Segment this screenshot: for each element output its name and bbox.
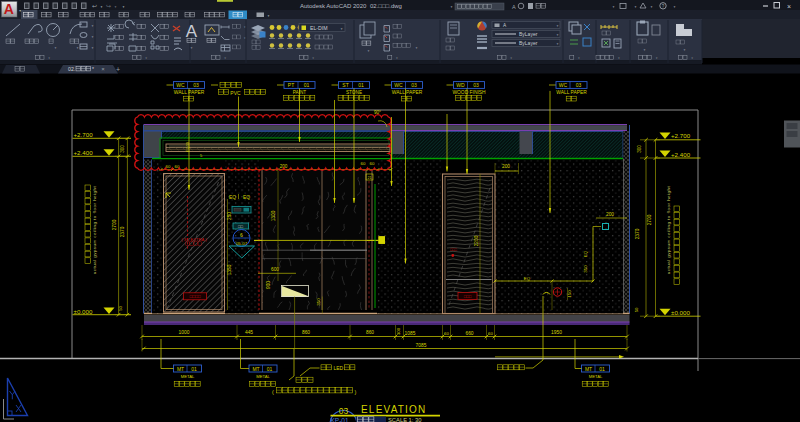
svg-text:▼: ▼ — [683, 48, 686, 52]
svg-text:KP-01: KP-01 — [331, 417, 349, 422]
svg-text:▼: ▼ — [224, 56, 227, 60]
svg-text:1950: 1950 — [551, 330, 562, 335]
svg-text:METAL: METAL — [181, 374, 195, 379]
svg-text:+2.400: +2.400 — [671, 151, 691, 158]
svg-text:▼: ▼ — [556, 42, 559, 46]
svg-text:200: 200 — [502, 164, 510, 169]
svg-text:+2.700: +2.700 — [74, 131, 94, 138]
svg-text:±0.000: ±0.000 — [74, 308, 93, 315]
svg-text:EQ: EQ — [583, 250, 588, 257]
svg-text:50: 50 — [634, 307, 639, 312]
svg-text:03: 03 — [473, 82, 479, 88]
svg-text:ST: ST — [342, 82, 348, 88]
svg-text:1000: 1000 — [179, 330, 190, 335]
svg-text:2370: 2370 — [635, 228, 640, 239]
svg-text:250: 250 — [227, 212, 232, 220]
svg-text:01: 01 — [599, 366, 605, 372]
svg-text:03: 03 — [339, 406, 349, 416]
svg-text:ByLayer: ByLayer — [519, 31, 538, 37]
svg-text:90°: 90° — [374, 110, 381, 115]
svg-text:350: 350 — [316, 298, 321, 306]
svg-text:▼: ▼ — [655, 56, 658, 60]
svg-text:▼: ▼ — [91, 35, 94, 39]
svg-text:WC: WC — [176, 82, 185, 88]
svg-text:□□□: □□□ — [450, 248, 458, 252]
svg-text:▼: ▼ — [650, 5, 653, 9]
svg-text:▼: ▼ — [190, 46, 193, 50]
svg-text:▼: ▼ — [556, 33, 559, 37]
svg-text:( 3C EXTRA ): ( 3C EXTRA ) — [181, 237, 207, 242]
svg-text:EQ: EQ — [229, 194, 236, 200]
svg-text:▼: ▼ — [48, 56, 51, 60]
svg-text:200: 200 — [606, 212, 614, 217]
svg-text:6: 6 — [240, 232, 243, 238]
svg-text:EQ: EQ — [524, 276, 531, 281]
svg-text:2700: 2700 — [112, 219, 117, 230]
svg-text:A: A — [512, 4, 516, 10]
svg-text:▼: ▼ — [145, 56, 148, 60]
svg-text:WC: WC — [559, 82, 568, 88]
svg-text:ByLayer: ByLayer — [519, 40, 538, 46]
svg-text:+2.700: +2.700 — [671, 132, 691, 139]
svg-text:EQ: EQ — [243, 194, 250, 200]
svg-text:▼: ▼ — [76, 46, 79, 50]
svg-text:+: + — [116, 66, 120, 73]
svg-text:▼: ▼ — [510, 56, 513, 60]
svg-text:445: 445 — [245, 330, 253, 335]
svg-text:□□□: □□□ — [464, 294, 472, 299]
svg-text:MT: MT — [585, 366, 592, 372]
svg-text:PT: PT — [288, 82, 294, 88]
svg-text:↪: ↪ — [106, 3, 111, 9]
svg-text:2370: 2370 — [120, 226, 125, 237]
svg-text:▼: ▼ — [312, 56, 315, 60]
svg-text:05-07: 05-07 — [236, 241, 248, 246]
svg-text:*: * — [92, 66, 94, 72]
svg-text:50: 50 — [118, 306, 123, 311]
svg-text:A: A — [4, 1, 14, 17]
svg-text:▼: ▼ — [415, 46, 418, 50]
svg-text:actual gypsum ceiling to floor: actual gypsum ceiling to floor height — [666, 186, 671, 275]
svg-text:MT: MT — [252, 366, 259, 372]
svg-text:▼: ▼ — [340, 27, 343, 31]
svg-text:PVC: PVC — [230, 90, 241, 96]
svg-text:60: 60 — [488, 331, 493, 336]
svg-text:60: 60 — [166, 164, 171, 169]
svg-text:×: × — [101, 66, 105, 72]
svg-text:300: 300 — [120, 145, 125, 153]
svg-text:+2.400: +2.400 — [74, 149, 94, 156]
svg-text:WALL PAPER: WALL PAPER — [392, 90, 423, 95]
svg-text:350: 350 — [583, 265, 588, 273]
svg-text:860: 860 — [366, 330, 374, 335]
svg-text:▼: ▼ — [612, 5, 615, 9]
svg-text:▼: ▼ — [673, 5, 676, 9]
svg-text:A: A — [186, 22, 198, 41]
svg-text:WALL PAPER: WALL PAPER — [556, 90, 587, 95]
svg-text:900: 900 — [266, 281, 271, 289]
svg-text:▼: ▼ — [634, 5, 637, 9]
svg-text:1300: 1300 — [271, 210, 276, 221]
svg-text:(: ( — [272, 389, 274, 395]
svg-text:1085: 1085 — [405, 331, 416, 336]
svg-text:▼: ▼ — [643, 48, 646, 52]
svg-text:□□: □□ — [238, 224, 243, 229]
svg-text:LED: LED — [334, 365, 344, 371]
svg-text:2200: 2200 — [474, 235, 479, 246]
svg-text:WD: WD — [456, 82, 465, 88]
svg-text:02.□□□.dwg: 02.□□□.dwg — [370, 3, 402, 9]
svg-text:▼: ▼ — [54, 46, 57, 50]
svg-text:300: 300 — [396, 327, 401, 335]
svg-text:60: 60 — [361, 161, 366, 166]
svg-text:01: 01 — [304, 82, 310, 88]
svg-text:01: 01 — [358, 82, 364, 88]
svg-text:▼: ▼ — [91, 46, 94, 50]
svg-text:03: 03 — [193, 82, 199, 88]
svg-text:actual gypsum ceiling to floor: actual gypsum ceiling to floor height — [92, 186, 97, 275]
svg-text:21: 21 — [368, 176, 372, 180]
svg-text:▼: ▼ — [267, 14, 270, 18]
svg-text:▼: ▼ — [618, 56, 621, 60]
svg-text:▼: ▼ — [577, 56, 580, 60]
svg-text:300: 300 — [637, 145, 642, 153]
svg-text:01: 01 — [191, 366, 197, 372]
svg-text:Autodesk AutoCAD 2020: Autodesk AutoCAD 2020 — [300, 3, 367, 9]
svg-text:MT: MT — [177, 366, 184, 372]
